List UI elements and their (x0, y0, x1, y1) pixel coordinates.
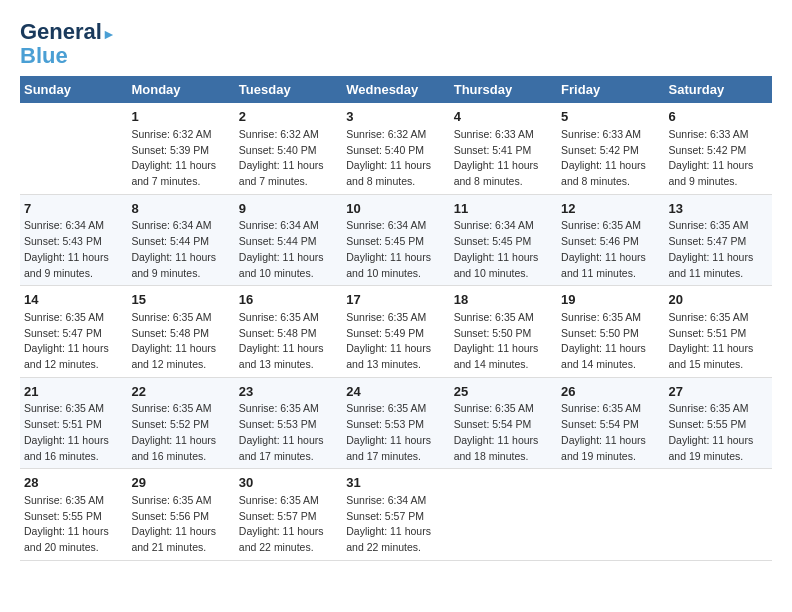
day-number: 31 (346, 473, 445, 493)
day-number: 20 (669, 290, 768, 310)
day-number: 15 (131, 290, 230, 310)
calendar-cell: 17Sunrise: 6:35 AMSunset: 5:49 PMDayligh… (342, 286, 449, 378)
header-cell-thursday: Thursday (450, 76, 557, 103)
calendar-week-2: 7Sunrise: 6:34 AMSunset: 5:43 PMDaylight… (20, 194, 772, 286)
calendar-cell: 10Sunrise: 6:34 AMSunset: 5:45 PMDayligh… (342, 194, 449, 286)
calendar-cell: 15Sunrise: 6:35 AMSunset: 5:48 PMDayligh… (127, 286, 234, 378)
day-info: Sunrise: 6:35 AMSunset: 5:46 PMDaylight:… (561, 218, 660, 281)
day-info: Sunrise: 6:35 AMSunset: 5:57 PMDaylight:… (239, 493, 338, 556)
day-number: 5 (561, 107, 660, 127)
day-info: Sunrise: 6:32 AMSunset: 5:40 PMDaylight:… (346, 127, 445, 190)
day-number: 4 (454, 107, 553, 127)
calendar-cell: 3Sunrise: 6:32 AMSunset: 5:40 PMDaylight… (342, 103, 449, 194)
calendar-cell: 7Sunrise: 6:34 AMSunset: 5:43 PMDaylight… (20, 194, 127, 286)
day-info: Sunrise: 6:35 AMSunset: 5:53 PMDaylight:… (346, 401, 445, 464)
calendar-cell: 24Sunrise: 6:35 AMSunset: 5:53 PMDayligh… (342, 377, 449, 469)
calendar-body: 1Sunrise: 6:32 AMSunset: 5:39 PMDaylight… (20, 103, 772, 560)
calendar-cell: 21Sunrise: 6:35 AMSunset: 5:51 PMDayligh… (20, 377, 127, 469)
header-cell-wednesday: Wednesday (342, 76, 449, 103)
day-info: Sunrise: 6:34 AMSunset: 5:57 PMDaylight:… (346, 493, 445, 556)
day-number: 10 (346, 199, 445, 219)
calendar-cell: 13Sunrise: 6:35 AMSunset: 5:47 PMDayligh… (665, 194, 772, 286)
calendar-cell: 2Sunrise: 6:32 AMSunset: 5:40 PMDaylight… (235, 103, 342, 194)
day-info: Sunrise: 6:35 AMSunset: 5:49 PMDaylight:… (346, 310, 445, 373)
day-number: 22 (131, 382, 230, 402)
calendar-cell (665, 469, 772, 561)
calendar-cell: 19Sunrise: 6:35 AMSunset: 5:50 PMDayligh… (557, 286, 664, 378)
day-info: Sunrise: 6:33 AMSunset: 5:41 PMDaylight:… (454, 127, 553, 190)
day-info: Sunrise: 6:35 AMSunset: 5:48 PMDaylight:… (131, 310, 230, 373)
day-info: Sunrise: 6:35 AMSunset: 5:54 PMDaylight:… (454, 401, 553, 464)
header-cell-monday: Monday (127, 76, 234, 103)
day-info: Sunrise: 6:35 AMSunset: 5:56 PMDaylight:… (131, 493, 230, 556)
page-header: General►Blue (20, 20, 772, 68)
day-info: Sunrise: 6:33 AMSunset: 5:42 PMDaylight:… (561, 127, 660, 190)
calendar-cell: 9Sunrise: 6:34 AMSunset: 5:44 PMDaylight… (235, 194, 342, 286)
day-info: Sunrise: 6:35 AMSunset: 5:50 PMDaylight:… (561, 310, 660, 373)
header-cell-sunday: Sunday (20, 76, 127, 103)
day-info: Sunrise: 6:35 AMSunset: 5:47 PMDaylight:… (669, 218, 768, 281)
day-info: Sunrise: 6:32 AMSunset: 5:39 PMDaylight:… (131, 127, 230, 190)
day-number: 23 (239, 382, 338, 402)
day-number: 6 (669, 107, 768, 127)
calendar-cell: 6Sunrise: 6:33 AMSunset: 5:42 PMDaylight… (665, 103, 772, 194)
day-number: 13 (669, 199, 768, 219)
calendar-week-4: 21Sunrise: 6:35 AMSunset: 5:51 PMDayligh… (20, 377, 772, 469)
day-number: 16 (239, 290, 338, 310)
day-info: Sunrise: 6:35 AMSunset: 5:53 PMDaylight:… (239, 401, 338, 464)
calendar-cell (450, 469, 557, 561)
day-info: Sunrise: 6:33 AMSunset: 5:42 PMDaylight:… (669, 127, 768, 190)
day-number: 21 (24, 382, 123, 402)
day-info: Sunrise: 6:34 AMSunset: 5:45 PMDaylight:… (346, 218, 445, 281)
day-number: 27 (669, 382, 768, 402)
day-info: Sunrise: 6:35 AMSunset: 5:48 PMDaylight:… (239, 310, 338, 373)
calendar-cell: 18Sunrise: 6:35 AMSunset: 5:50 PMDayligh… (450, 286, 557, 378)
calendar-cell: 12Sunrise: 6:35 AMSunset: 5:46 PMDayligh… (557, 194, 664, 286)
day-info: Sunrise: 6:35 AMSunset: 5:51 PMDaylight:… (24, 401, 123, 464)
calendar-cell: 20Sunrise: 6:35 AMSunset: 5:51 PMDayligh… (665, 286, 772, 378)
header-cell-tuesday: Tuesday (235, 76, 342, 103)
day-number: 2 (239, 107, 338, 127)
day-info: Sunrise: 6:35 AMSunset: 5:52 PMDaylight:… (131, 401, 230, 464)
day-number: 1 (131, 107, 230, 127)
day-number: 29 (131, 473, 230, 493)
day-info: Sunrise: 6:34 AMSunset: 5:43 PMDaylight:… (24, 218, 123, 281)
calendar-cell: 25Sunrise: 6:35 AMSunset: 5:54 PMDayligh… (450, 377, 557, 469)
day-number: 9 (239, 199, 338, 219)
day-number: 7 (24, 199, 123, 219)
day-info: Sunrise: 6:35 AMSunset: 5:55 PMDaylight:… (669, 401, 768, 464)
day-info: Sunrise: 6:35 AMSunset: 5:47 PMDaylight:… (24, 310, 123, 373)
day-info: Sunrise: 6:34 AMSunset: 5:44 PMDaylight:… (131, 218, 230, 281)
calendar-cell: 14Sunrise: 6:35 AMSunset: 5:47 PMDayligh… (20, 286, 127, 378)
header-cell-friday: Friday (557, 76, 664, 103)
calendar-week-1: 1Sunrise: 6:32 AMSunset: 5:39 PMDaylight… (20, 103, 772, 194)
day-info: Sunrise: 6:35 AMSunset: 5:55 PMDaylight:… (24, 493, 123, 556)
day-info: Sunrise: 6:34 AMSunset: 5:45 PMDaylight:… (454, 218, 553, 281)
calendar-cell: 16Sunrise: 6:35 AMSunset: 5:48 PMDayligh… (235, 286, 342, 378)
day-info: Sunrise: 6:35 AMSunset: 5:54 PMDaylight:… (561, 401, 660, 464)
calendar-cell: 23Sunrise: 6:35 AMSunset: 5:53 PMDayligh… (235, 377, 342, 469)
day-number: 12 (561, 199, 660, 219)
day-number: 24 (346, 382, 445, 402)
calendar-cell: 4Sunrise: 6:33 AMSunset: 5:41 PMDaylight… (450, 103, 557, 194)
day-number: 26 (561, 382, 660, 402)
day-number: 3 (346, 107, 445, 127)
calendar-cell: 22Sunrise: 6:35 AMSunset: 5:52 PMDayligh… (127, 377, 234, 469)
day-info: Sunrise: 6:35 AMSunset: 5:51 PMDaylight:… (669, 310, 768, 373)
calendar-cell: 26Sunrise: 6:35 AMSunset: 5:54 PMDayligh… (557, 377, 664, 469)
calendar-cell (20, 103, 127, 194)
day-number: 30 (239, 473, 338, 493)
calendar-cell: 31Sunrise: 6:34 AMSunset: 5:57 PMDayligh… (342, 469, 449, 561)
calendar-cell (557, 469, 664, 561)
day-info: Sunrise: 6:32 AMSunset: 5:40 PMDaylight:… (239, 127, 338, 190)
calendar-header: SundayMondayTuesdayWednesdayThursdayFrid… (20, 76, 772, 103)
calendar-cell: 27Sunrise: 6:35 AMSunset: 5:55 PMDayligh… (665, 377, 772, 469)
day-number: 18 (454, 290, 553, 310)
day-number: 11 (454, 199, 553, 219)
calendar-cell: 1Sunrise: 6:32 AMSunset: 5:39 PMDaylight… (127, 103, 234, 194)
day-number: 14 (24, 290, 123, 310)
calendar-cell: 8Sunrise: 6:34 AMSunset: 5:44 PMDaylight… (127, 194, 234, 286)
day-info: Sunrise: 6:34 AMSunset: 5:44 PMDaylight:… (239, 218, 338, 281)
calendar-week-5: 28Sunrise: 6:35 AMSunset: 5:55 PMDayligh… (20, 469, 772, 561)
day-number: 17 (346, 290, 445, 310)
